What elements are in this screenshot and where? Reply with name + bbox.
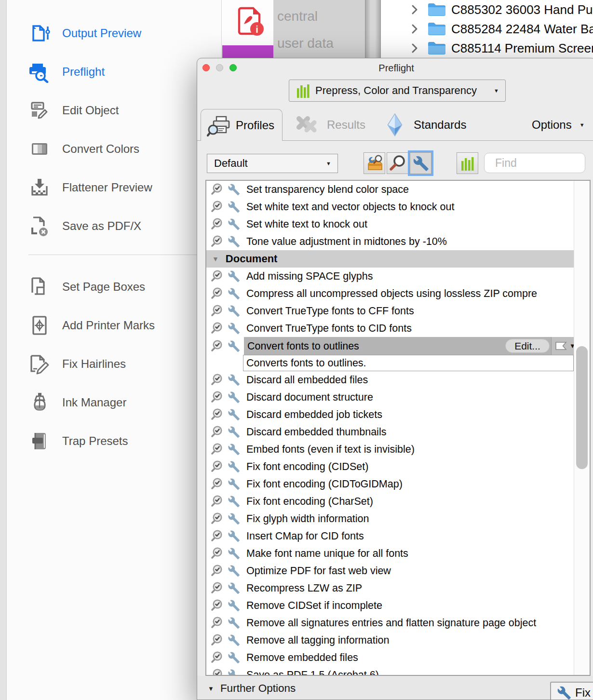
profile-select[interactable]: Default ▼ <box>207 154 338 173</box>
tab-results[interactable]: Results <box>295 109 365 141</box>
fixups-list: Set transparency blend color space Set w… <box>205 180 591 676</box>
chevron-right-icon[interactable] <box>411 23 418 35</box>
check-magnifier-icon <box>210 651 223 664</box>
sidebar-item-edit-object[interactable]: Edit Object <box>7 97 215 124</box>
fixup-row[interactable]: Convert TrueType fonts to CID fonts <box>206 320 574 337</box>
check-magnifier-icon <box>210 581 223 594</box>
fixup-row[interactable]: Compress all uncompressed objects using … <box>206 285 574 302</box>
wrench-icon <box>228 634 240 646</box>
fixup-row[interactable]: Fix font encoding (CIDToGIDMap) <box>206 475 574 493</box>
find-input[interactable] <box>484 153 585 173</box>
dialog-titlebar[interactable]: Preflight <box>197 58 593 78</box>
check-magnifier-icon <box>210 408 223 421</box>
sidebar-item-flattener-preview[interactable]: Flattener Preview <box>7 174 215 201</box>
fixup-description: Converts fonts to outlines. <box>246 357 366 369</box>
fixup-row[interactable]: Fix glyph width information <box>206 510 574 527</box>
fixup-row[interactable]: Make font name unique for all fonts <box>206 545 574 562</box>
fixup-row[interactable]: Discard embedded thumbnails <box>206 423 574 441</box>
sidebar-item-ink-manager[interactable]: Ink Manager <box>7 389 215 416</box>
wrench-icon <box>228 426 240 438</box>
options-menu[interactable]: Options ▼ <box>532 109 585 141</box>
sidebar-item-save-as-pdfx[interactable]: Save as PDF/X <box>7 213 215 240</box>
fixup-row[interactable]: Remove all signatures entries and flatte… <box>206 614 574 632</box>
wrench-icon <box>228 305 240 317</box>
chevron-right-icon[interactable] <box>411 42 418 54</box>
fixup-row[interactable]: Set white text to knock out <box>206 215 574 233</box>
wrench-icon <box>228 340 240 352</box>
triangle-down-icon: ▼ <box>208 685 214 692</box>
edit-button[interactable]: Edit... <box>505 339 550 353</box>
fixup-row[interactable]: Tone value adjustment in midtones by -10… <box>206 233 574 250</box>
sidebar-item-output-preview[interactable]: Output Preview <box>7 20 215 47</box>
sidebar-item-add-printer-marks[interactable]: Add Printer Marks <box>7 312 215 339</box>
fixup-row[interactable]: Add missing SPACE glyphs <box>206 268 574 285</box>
sidebar-item-convert-colors[interactable]: Convert Colors <box>7 135 215 162</box>
profile-groups-button[interactable] <box>457 152 478 174</box>
folders-pane: central user data <box>273 0 365 59</box>
triangle-down-icon[interactable]: ▼ <box>212 255 219 263</box>
fixup-label: Embed fonts (even if text is invisible) <box>246 444 415 456</box>
pane-scrollbar[interactable] <box>365 0 381 59</box>
folder-label[interactable]: user data <box>277 36 334 51</box>
fixups-button[interactable] <box>410 152 431 174</box>
fixup-row[interactable]: Embed fonts (even if text is invisible) <box>206 441 574 458</box>
fixup-row[interactable]: Recompress LZW as ZIP <box>206 579 574 597</box>
magnifier-icon <box>389 154 407 173</box>
fixup-row[interactable]: Convert TrueType fonts to CFF fonts <box>206 302 574 320</box>
fixup-row[interactable]: Remove embedded files <box>206 649 574 666</box>
check-magnifier-icon <box>210 564 223 577</box>
wrench-icon <box>228 183 240 196</box>
fixup-row[interactable]: Remove all tagging information <box>206 632 574 649</box>
fixup-row[interactable]: Optimize PDF for fast web view <box>206 562 574 579</box>
fixup-row[interactable]: Fix font encoding (CharSet) <box>206 493 574 510</box>
chevron-right-icon[interactable] <box>411 3 418 16</box>
fixup-row-clipped[interactable]: Save as PDF 1.5 (Acrobat 6) <box>206 666 574 676</box>
check-magnifier-icon <box>210 633 223 646</box>
check-button[interactable] <box>387 152 408 174</box>
sidebar-item-set-page-boxes[interactable]: Set Page Boxes <box>7 273 215 300</box>
folder-label[interactable]: central <box>277 9 318 24</box>
fixup-row[interactable]: Discard embedded job tickets <box>206 406 574 423</box>
tab-label: Profiles <box>236 119 274 132</box>
sidebar-item-label: Edit Object <box>62 104 119 117</box>
sidebar-item-trap-presets[interactable]: Trap Presets <box>7 428 215 455</box>
fixup-row[interactable]: Discard all embedded files <box>206 371 574 389</box>
check-magnifier-icon <box>210 339 223 352</box>
section-header-document[interactable]: ▼ Document <box>206 250 574 268</box>
wrench-icon <box>228 651 240 664</box>
fixup-row[interactable]: Insert CMap for CID fonts <box>206 527 574 545</box>
sidebar-item-fix-hairlines[interactable]: Fix Hairlines <box>7 350 215 377</box>
sidebar-item-label: Fix Hairlines <box>62 357 126 371</box>
check-magnifier-icon <box>210 425 223 438</box>
fixup-row[interactable]: Discard document structure <box>206 389 574 406</box>
file-row[interactable]: C885302 36003 Hand Pump <box>381 0 593 19</box>
folder-icon <box>427 40 446 56</box>
fixup-label: Fix glyph width information <box>246 513 369 525</box>
fixup-row[interactable]: Fix font encoding (CIDSet) <box>206 458 574 475</box>
list-scrollbar[interactable] <box>574 181 590 675</box>
check-magnifier-icon <box>210 304 223 317</box>
print-production-sidebar: Output Preview Preflight Edit Object Con… <box>7 0 222 700</box>
fixup-row-selected[interactable]: Convert fonts to outlines Edit... ▼ <box>206 337 574 355</box>
scrollbar-thumb[interactable] <box>576 346 588 469</box>
tab-profiles[interactable]: Profiles <box>201 109 283 141</box>
fix-button[interactable]: Fix <box>550 682 593 700</box>
sidebar-item-preflight[interactable]: Preflight <box>7 58 215 85</box>
select-profiles-button[interactable] <box>364 152 385 174</box>
sidebar-divider <box>28 255 203 255</box>
file-row[interactable]: C885284 22484 Water Band <box>381 19 593 39</box>
printer-magnifier-icon <box>207 114 232 137</box>
check-magnifier-icon <box>210 183 223 196</box>
file-row[interactable]: C885114 Premium Screen D <box>381 39 593 58</box>
fixup-row[interactable]: Set transparency blend color space <box>206 181 574 198</box>
fixup-row[interactable]: Remove CIDSet if incomplete <box>206 597 574 614</box>
fixup-row[interactable]: Set white text and vector objects to kno… <box>206 198 574 215</box>
fixup-label: Set white text to knock out <box>246 218 367 230</box>
further-options-disclosure[interactable]: ▼ Further Options <box>208 682 296 695</box>
flag-menu[interactable]: ▼ <box>551 337 574 355</box>
check-magnifier-icon <box>210 322 223 335</box>
profile-group-dropdown[interactable]: Prepress, Color and Transparency ▼ <box>289 80 506 102</box>
screen: Output Preview Preflight Edit Object Con… <box>0 0 593 700</box>
profile-group-label: Prepress, Color and Transparency <box>315 84 477 97</box>
tab-standards[interactable]: Standards <box>383 109 466 141</box>
